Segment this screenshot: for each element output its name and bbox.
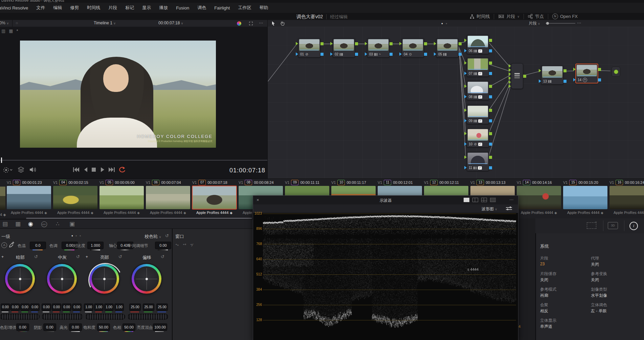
param-value-3[interactable]: 1.000 [87, 242, 104, 249]
viewer-timecode[interactable]: 00:00:07:18 ∨ [158, 21, 183, 25]
grab-still-icon[interactable] [237, 21, 241, 26]
node-01[interactable]: 01⊘ [298, 38, 320, 57]
node-03[interactable]: 03~ [367, 38, 390, 57]
node-04[interactable]: 04⊙ [402, 38, 424, 57]
menu-item[interactable]: 编辑 [53, 5, 62, 11]
menu-item[interactable]: 工作区 [238, 5, 251, 11]
grid-scope-layout-icon[interactable] [490, 198, 496, 202]
playhead[interactable] [1, 157, 2, 163]
step-back-button[interactable] [83, 167, 88, 172]
master-wheel[interactable] [128, 314, 168, 320]
layer-mixer-node[interactable] [511, 63, 523, 89]
adjust-value[interactable]: 0.00 [16, 323, 29, 331]
add-polygon-window-icon[interactable]: ⁺⁄ [190, 243, 193, 247]
go-to-end-button[interactable] [108, 167, 115, 172]
wheel-value[interactable]: 0.00 [20, 303, 30, 311]
sizing-tab-icon[interactable]: ▦ [15, 220, 21, 227]
timeline-mode-button[interactable]: 时间线 [470, 14, 490, 20]
node-09[interactable]: 09✓ [467, 105, 489, 124]
menu-item[interactable]: 显示 [142, 5, 151, 11]
wheel-reset-icon[interactable]: ↺ [34, 254, 38, 259]
viewer-wipe-icons[interactable]: ▥▦* [1, 28, 22, 33]
partial-clip-thumbnail[interactable] [0, 187, 5, 210]
reset-palette-icon[interactable]: ↺ [165, 233, 169, 238]
scope-mode-select[interactable]: 波形图 ∨ [482, 206, 497, 212]
menu-item[interactable]: 文件 [36, 5, 45, 11]
clip-thumbnail[interactable] [192, 186, 237, 209]
menu-item[interactable]: 修剪 [70, 5, 79, 11]
node-10[interactable]: 10⊘✓ [467, 128, 489, 147]
hdr-wheels-tab-icon[interactable]: ◯HDR [41, 220, 47, 227]
menu-item[interactable]: 播放 [159, 5, 168, 11]
adjust-value[interactable]: 0.00 [69, 323, 82, 331]
wheel-reset-icon[interactable]: ↺ [161, 254, 164, 259]
menu-item[interactable]: 时间线 [87, 5, 100, 11]
menu-item[interactable]: 调色 [197, 5, 206, 11]
clip-item[interactable]: V10400:00:02:15Apple ProRes 4444◈ [53, 179, 97, 216]
node-02[interactable]: 02 [333, 38, 355, 57]
viewer-bypass-icon[interactable]: ○ [16, 21, 18, 25]
wheel-value[interactable]: 25.00 [156, 303, 168, 311]
param-value-5[interactable]: 0.00 [155, 242, 171, 249]
go-to-start-button[interactable] [73, 167, 80, 172]
lightbox-icon[interactable] [18, 167, 24, 173]
viewer-zoom-select[interactable]: 30% ∨ [0, 21, 9, 25]
master-wheel[interactable] [42, 314, 83, 320]
single-scope-layout-icon[interactable] [464, 198, 469, 202]
palette-pagination[interactable]: ●●● [71, 234, 84, 237]
adjust-value[interactable]: 50.00 [123, 323, 135, 331]
loop-button[interactable] [118, 166, 126, 173]
timeline-scrollbar[interactable] [26, 218, 252, 219]
reference-wipe-icon[interactable] [587, 222, 596, 229]
clip-item[interactable]: V10500:00:05:00Apple ProRes 4444◈ [99, 179, 144, 216]
custom-curve-icon[interactable]: + [1, 254, 4, 259]
auto-balance-icon[interactable]: A [1, 242, 7, 248]
scopes-titlebar[interactable]: × 示波器 ⋯ [253, 196, 518, 205]
menu-item[interactable]: Fusion [176, 5, 189, 10]
viewer-scrub-bar[interactable] [0, 159, 267, 162]
menu-item[interactable]: 标记 [125, 5, 134, 11]
play-button[interactable] [100, 167, 105, 172]
clip-item[interactable]: V11400:00:14:16Apple ProRes 4444◈ [517, 179, 561, 216]
wheel-value[interactable]: 0.00 [1, 303, 10, 311]
nodes-mode-button[interactable]: 节点 [528, 14, 544, 20]
audio-mute-icon[interactable] [29, 167, 37, 173]
hand-tool-icon[interactable] [280, 21, 285, 27]
wheel-mode-select[interactable]: 校色轮 ∨ [145, 234, 161, 240]
info-icon[interactable]: i [629, 222, 638, 230]
wheel-value[interactable]: 1.00 [94, 303, 104, 311]
node-graph-pagination[interactable]: ●● [441, 22, 450, 25]
clip-item[interactable]: V10600:00:07:04Apple ProRes 4444◈ [146, 179, 190, 216]
wheel-value[interactable]: 25.00 [143, 303, 154, 311]
clip-item[interactable]: V10700:00:07:18Apple ProRes 4444◈ [192, 179, 237, 216]
node-graph-options-icon[interactable]: ⋯ [577, 21, 581, 25]
color-wheels-tab-icon[interactable]: ◉ [28, 220, 33, 227]
node-06[interactable]: 06✓ [467, 35, 489, 54]
clips-mode-button[interactable]: 片段∨ [498, 14, 519, 20]
menu-item[interactable]: Fairlight [214, 5, 230, 10]
scope-settings-icon[interactable] [506, 207, 512, 211]
wheel-indicator[interactable] [19, 278, 21, 280]
add-circle-window-icon[interactable]: ⁺° [183, 243, 186, 247]
menu-item[interactable]: DaVinci Resolve [0, 5, 28, 10]
color-wheel-4[interactable] [132, 264, 161, 294]
wheel-reset-icon[interactable]: ↺ [118, 254, 122, 259]
color-wheel-2[interactable] [47, 264, 77, 294]
color-wheel-1[interactable] [5, 264, 35, 294]
adjust-value[interactable]: 100.00 [153, 323, 167, 331]
pointer-tool-icon[interactable] [271, 21, 275, 27]
menu-item[interactable]: 帮助 [259, 5, 268, 11]
clip-item[interactable]: V10300:00:01:23Apple ProRes 4444◈ [7, 179, 51, 216]
output-node[interactable] [612, 67, 620, 77]
node-11[interactable]: 11✓ [467, 152, 489, 171]
clip-item[interactable]: V11600:00:16:24Apple ProRes 4444◈ [609, 179, 644, 216]
wheel-value[interactable]: 0.00 [10, 303, 20, 311]
rgb-mixer-tab-icon[interactable]: ∴ [56, 220, 60, 227]
wheel-value[interactable]: 0.00 [72, 303, 82, 311]
master-wheel[interactable] [85, 314, 125, 320]
wheel-indicator[interactable] [61, 278, 63, 280]
unmix-dropdown-icon[interactable] [3, 166, 13, 174]
clip-thumbnail[interactable] [99, 186, 144, 209]
master-wheel[interactable] [0, 314, 40, 320]
custom-curve-icon[interactable]: + [86, 254, 88, 259]
